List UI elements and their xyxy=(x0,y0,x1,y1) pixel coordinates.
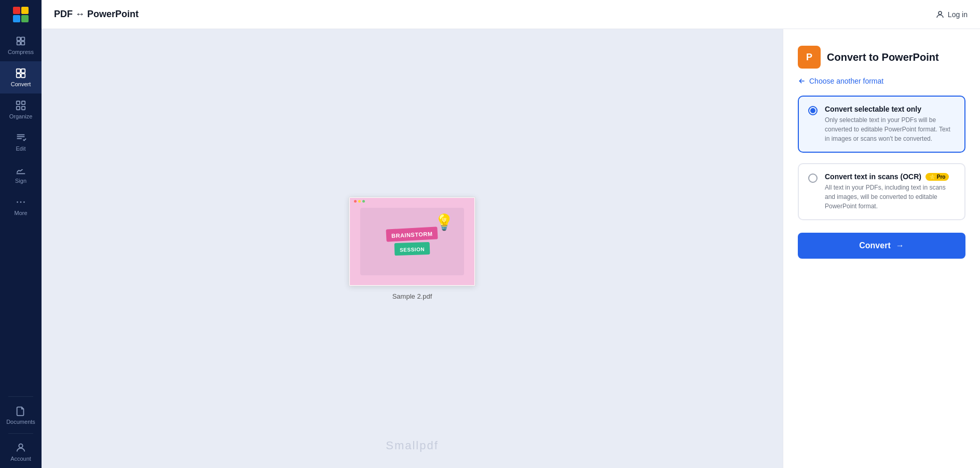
sidebar-item-compress[interactable]: Compress xyxy=(0,29,42,61)
canvas-area: BRAINSTORM SESSION 💡 Sample 2.pdf Smallp… xyxy=(42,29,783,468)
logo-grid xyxy=(13,7,29,22)
logo-cell-green xyxy=(21,15,29,22)
svg-rect-9 xyxy=(22,101,25,104)
option1-desc: Only selectable text in your PDFs will b… xyxy=(825,115,955,143)
account-label: Account xyxy=(10,456,31,462)
login-button[interactable]: Log in xyxy=(935,10,968,19)
svg-point-17 xyxy=(20,202,22,203)
sign-icon xyxy=(15,164,26,176)
panel-title-row: P Convert to PowerPoint xyxy=(798,46,965,69)
nav-divider xyxy=(8,396,33,397)
slide-dots xyxy=(354,200,365,203)
logo xyxy=(0,0,42,29)
sidebar-item-more[interactable]: More xyxy=(0,190,42,222)
file-name: Sample 2.pdf xyxy=(392,292,432,300)
sidebar-item-convert[interactable]: Convert xyxy=(0,61,42,93)
choose-format-link[interactable]: Choose another format xyxy=(798,77,965,85)
slide-inner: BRAINSTORM SESSION 💡 xyxy=(360,208,464,275)
watermark: Smallpdf xyxy=(386,439,439,452)
option2-text: Convert text in scans (OCR) ⭐ Pro All te… xyxy=(825,172,955,211)
svg-rect-1 xyxy=(21,37,24,41)
pdf-thumbnail-wrapper: BRAINSTORM SESSION 💡 Sample 2.pdf xyxy=(349,197,475,300)
slide-subtitle-box: SESSION xyxy=(394,242,430,256)
svg-point-16 xyxy=(17,202,18,203)
body: BRAINSTORM SESSION 💡 Sample 2.pdf Smallp… xyxy=(42,29,980,468)
option-ocr[interactable]: Convert text in scans (OCR) ⭐ Pro All te… xyxy=(798,163,965,220)
svg-rect-2 xyxy=(17,42,20,45)
svg-rect-10 xyxy=(17,106,20,110)
svg-rect-0 xyxy=(17,37,20,41)
user-icon xyxy=(935,10,945,19)
convert-label: Convert xyxy=(11,81,31,87)
panel-title: Convert to PowerPoint xyxy=(827,51,939,63)
main-content: PDF ↔ PowerPoint Log in xyxy=(42,0,980,468)
ppt-icon: P xyxy=(798,46,821,69)
organize-label: Organize xyxy=(9,113,33,119)
compress-label: Compress xyxy=(8,49,34,55)
sidebar-item-edit[interactable]: Edit xyxy=(0,126,42,158)
logo-cell-blue xyxy=(13,15,20,22)
svg-rect-5 xyxy=(21,69,25,73)
svg-rect-4 xyxy=(17,69,20,73)
convert-arrow-icon: → xyxy=(896,241,904,250)
svg-rect-7 xyxy=(21,74,25,77)
edit-label: Edit xyxy=(16,145,26,152)
back-arrow-icon xyxy=(798,77,806,85)
choose-format-label: Choose another format xyxy=(809,77,883,85)
slide-title: BRAINSTORM xyxy=(391,231,433,239)
more-icon xyxy=(15,196,26,208)
edit-icon xyxy=(15,132,26,143)
organize-icon xyxy=(15,100,26,111)
dot-red xyxy=(354,200,357,203)
right-panel: P Convert to PowerPoint Choose another f… xyxy=(783,29,980,468)
slide-bulb: 💡 xyxy=(434,213,454,231)
documents-label: Documents xyxy=(6,419,35,425)
pro-badge: ⭐ Pro xyxy=(925,173,949,181)
login-label: Log in xyxy=(948,10,968,19)
page-title: PDF ↔ PowerPoint xyxy=(54,9,139,20)
sidebar-item-sign[interactable]: Sign xyxy=(0,158,42,190)
logo-cell-red xyxy=(13,7,20,14)
option-selectable-text[interactable]: Convert selectable text only Only select… xyxy=(798,96,965,153)
slide-preview: BRAINSTORM SESSION 💡 xyxy=(350,198,474,285)
radio-option1[interactable] xyxy=(808,106,818,115)
convert-label: Convert xyxy=(859,241,890,250)
dot-green xyxy=(362,200,365,203)
account-icon xyxy=(15,442,26,453)
option2-title: Convert text in scans (OCR) ⭐ Pro xyxy=(825,172,955,181)
svg-rect-3 xyxy=(21,42,24,45)
svg-rect-11 xyxy=(22,106,25,110)
nav-items: Compress Convert Organize xyxy=(0,29,42,394)
nav-bottom: Documents Account xyxy=(0,394,42,468)
slide-title-box: BRAINSTORM xyxy=(386,226,438,242)
option2-desc: All text in your PDFs, including text in… xyxy=(825,183,955,211)
more-label: More xyxy=(14,210,27,216)
sidebar-item-account[interactable]: Account xyxy=(0,436,42,468)
svg-point-19 xyxy=(19,444,22,448)
option1-title: Convert selectable text only xyxy=(825,105,955,113)
svg-point-18 xyxy=(23,202,25,203)
nav-divider-2 xyxy=(8,433,33,434)
radio-option2[interactable] xyxy=(808,173,818,183)
dot-yellow xyxy=(358,200,361,203)
sidebar-item-organize[interactable]: Organize xyxy=(0,93,42,126)
option1-text: Convert selectable text only Only select… xyxy=(825,105,955,143)
documents-icon xyxy=(15,405,26,417)
sidebar: Compress Convert Organize xyxy=(0,0,42,468)
convert-button[interactable]: Convert → xyxy=(798,233,965,259)
svg-rect-8 xyxy=(17,101,20,104)
compress-icon xyxy=(15,35,26,47)
slide-subtitle: SESSION xyxy=(400,246,425,253)
convert-icon xyxy=(15,68,26,79)
svg-point-20 xyxy=(938,11,942,15)
sign-label: Sign xyxy=(15,178,26,184)
header: PDF ↔ PowerPoint Log in xyxy=(42,0,980,29)
logo-cell-yellow xyxy=(21,7,29,14)
sidebar-item-documents[interactable]: Documents xyxy=(0,399,42,431)
pdf-thumbnail: BRAINSTORM SESSION 💡 xyxy=(349,197,475,286)
svg-rect-6 xyxy=(17,74,20,77)
